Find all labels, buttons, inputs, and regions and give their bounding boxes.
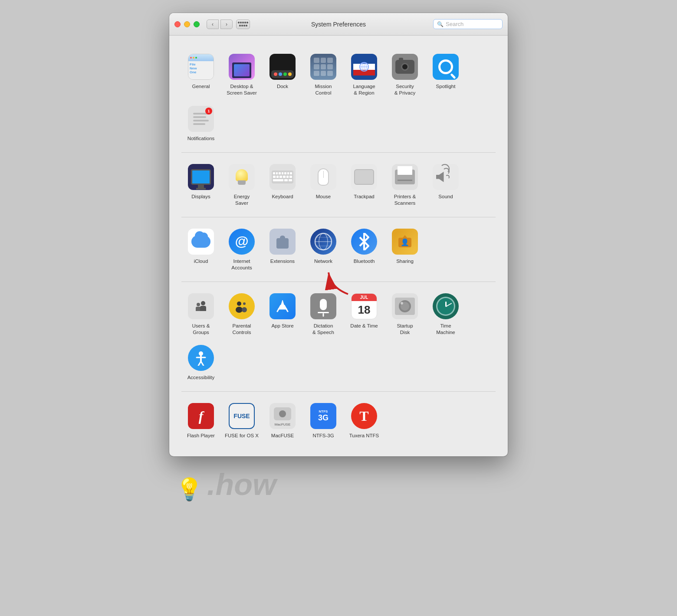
users-icon xyxy=(188,293,214,319)
minimize-button[interactable] xyxy=(184,21,190,27)
window-title: System Preferences xyxy=(311,21,366,28)
pref-internet-accounts[interactable]: @ InternetAccounts xyxy=(222,224,261,275)
pref-spotlight[interactable]: Spotlight xyxy=(426,49,465,100)
pref-energy[interactable]: EnergySaver xyxy=(222,160,261,210)
startup-icon xyxy=(392,293,418,319)
sharing-label: Sharing xyxy=(396,258,414,265)
pref-dock[interactable]: Dock xyxy=(263,49,302,100)
search-box[interactable]: 🔍 Search xyxy=(433,19,503,29)
pref-keyboard[interactable]: Keyboard xyxy=(263,160,302,210)
pref-mission-control[interactable]: MissionControl xyxy=(304,49,343,100)
pref-dictation[interactable]: Dictation& Speech xyxy=(304,289,343,339)
pref-network[interactable]: Network xyxy=(304,224,343,275)
pref-sound[interactable]: Sound xyxy=(426,160,465,210)
personal-grid: FileNewOne General xyxy=(178,43,499,152)
internet-grid: iCloud @ InternetAccounts xyxy=(178,217,499,282)
internet-accounts-label: InternetAccounts xyxy=(231,258,252,271)
mouse-icon-wrapper xyxy=(309,163,337,191)
svg-text:👤: 👤 xyxy=(401,238,409,246)
pref-sharing[interactable]: 👤 Sharing xyxy=(385,224,424,275)
parental-label: ParentalControls xyxy=(233,323,251,336)
pref-general[interactable]: FileNewOne General xyxy=(181,49,220,100)
watermark: .how xyxy=(207,467,276,502)
desktop-icon-wrapper xyxy=(228,53,256,81)
pref-language[interactable]: Language& Region xyxy=(345,49,384,100)
pref-displays[interactable]: Displays xyxy=(181,160,220,210)
pref-macfuse[interactable]: MacFUSE MacFUSE xyxy=(263,399,302,442)
pref-desktop[interactable]: Desktop &Screen Saver xyxy=(222,49,261,100)
pref-mouse[interactable]: Mouse xyxy=(304,160,343,210)
printers-icon-wrapper xyxy=(391,163,419,191)
sound-icon xyxy=(433,164,459,190)
preferences-content: FileNewOne General xyxy=(169,36,508,456)
section-other: f Flash Player FUSE FUSE for OS X xyxy=(178,392,499,449)
sound-icon-wrapper xyxy=(432,163,460,191)
security-icon xyxy=(392,54,418,80)
network-icon xyxy=(310,229,336,255)
trackpad-label: Trackpad xyxy=(354,193,375,200)
appstore-label: App Store xyxy=(271,323,293,329)
dock-label: Dock xyxy=(277,83,288,90)
back-button[interactable]: ‹ xyxy=(207,20,219,29)
section-internet: iCloud @ InternetAccounts xyxy=(178,217,499,282)
pref-flash[interactable]: f Flash Player xyxy=(181,399,220,442)
pref-parental[interactable]: ParentalControls xyxy=(222,289,261,339)
hardware-grid: Displays EnergySaver xyxy=(178,153,499,217)
pref-printers[interactable]: Printers &Scanners xyxy=(385,160,424,210)
accessibility-icon xyxy=(188,345,214,371)
spotlight-icon xyxy=(433,54,459,80)
section-system: Users &Groups xyxy=(178,282,499,392)
fuse-icon: FUSE xyxy=(229,403,255,429)
pref-fuse[interactable]: FUSE FUSE for OS X xyxy=(222,399,261,442)
appstore-icon-wrapper xyxy=(269,292,296,320)
pref-ntfs[interactable]: NTFS 3G NTFS-3G xyxy=(304,399,343,442)
energy-icon-wrapper xyxy=(228,163,256,191)
pref-datetime[interactable]: JUL 18 Date & Time xyxy=(345,289,384,339)
pref-users[interactable]: Users &Groups xyxy=(181,289,220,339)
pref-trackpad[interactable]: Trackpad xyxy=(345,160,384,210)
pref-bluetooth[interactable]: Bluetooth xyxy=(345,224,384,275)
spotlight-label: Spotlight xyxy=(436,83,456,90)
pref-security[interactable]: Security& Privacy xyxy=(385,49,424,100)
pref-extensions[interactable]: Extensions xyxy=(263,224,302,275)
search-input[interactable]: Search xyxy=(446,21,463,27)
internet-accounts-icon: @ xyxy=(229,229,255,255)
users-icon-wrapper xyxy=(187,292,215,320)
system-grid: Users &Groups xyxy=(178,282,499,392)
internet-accounts-icon-wrapper: @ xyxy=(228,228,256,256)
printers-label: Printers &Scanners xyxy=(394,193,416,206)
notifications-icon-wrapper: 1 xyxy=(187,105,215,133)
flash-icon-wrapper: f xyxy=(187,402,215,430)
pref-notifications[interactable]: 1 Notifications xyxy=(181,102,220,145)
macfuse-icon: MacFUSE xyxy=(269,403,296,429)
mission-label: MissionControl xyxy=(315,83,332,96)
pref-startup[interactable]: StartupDisk xyxy=(385,289,424,339)
general-icon-wrapper: FileNewOne xyxy=(187,53,215,81)
pref-appstore[interactable]: App Store xyxy=(263,289,302,339)
spotlight-icon-wrapper xyxy=(432,53,460,81)
desktop-icon xyxy=(229,54,255,80)
tuxera-label: Tuxera NTFS xyxy=(349,433,379,439)
pref-timemachine[interactable]: TimeMachine xyxy=(426,289,465,339)
watermark-area: 💡 .how xyxy=(169,456,508,508)
energy-label: EnergySaver xyxy=(234,193,250,206)
pref-tuxera[interactable]: T Tuxera NTFS xyxy=(345,399,384,442)
icloud-label: iCloud xyxy=(194,258,208,265)
displays-label: Displays xyxy=(191,193,210,200)
startup-label: StartupDisk xyxy=(397,323,413,336)
accessibility-label: Accessibility xyxy=(187,374,215,381)
bluetooth-icon-wrapper xyxy=(350,228,378,256)
fuse-icon-wrapper: FUSE xyxy=(228,402,256,430)
extensions-icon-wrapper xyxy=(269,228,296,256)
pref-icloud[interactable]: iCloud xyxy=(181,224,220,275)
pref-accessibility[interactable]: Accessibility xyxy=(181,341,220,384)
maximize-button[interactable] xyxy=(194,21,200,27)
svg-point-21 xyxy=(243,302,246,305)
macfuse-icon-wrapper: MacFUSE xyxy=(269,402,296,430)
other-grid: f Flash Player FUSE FUSE for OS X xyxy=(178,392,499,449)
mouse-icon xyxy=(310,164,336,190)
forward-button[interactable]: › xyxy=(220,20,233,29)
close-button[interactable] xyxy=(174,21,181,27)
mission-icon-wrapper xyxy=(309,53,337,81)
grid-view-button[interactable] xyxy=(236,20,250,29)
